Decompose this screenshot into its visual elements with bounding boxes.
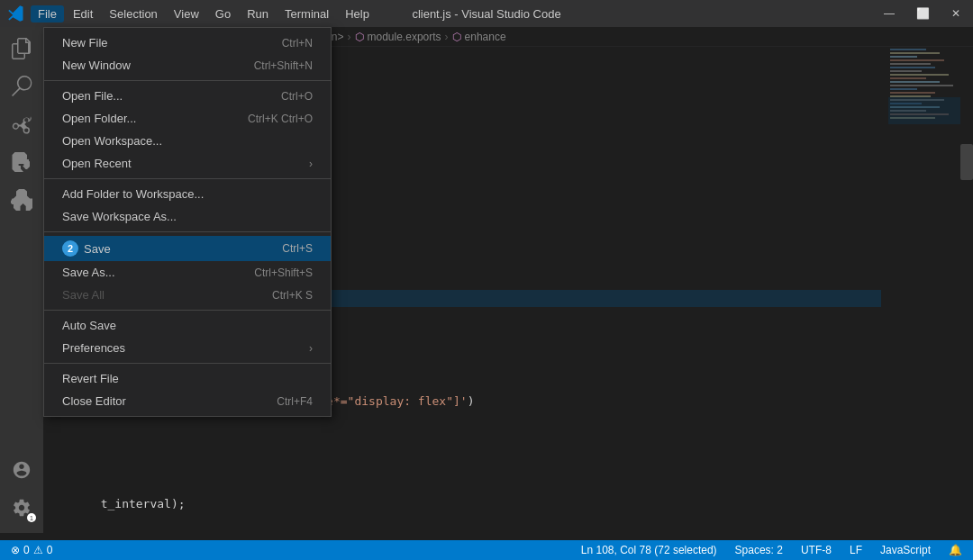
breadcrumb-cube-icon-2: ⬡: [355, 31, 364, 43]
svg-rect-8: [890, 77, 926, 79]
explorer-icon[interactable]: [4, 31, 40, 67]
activity-bar: 1: [0, 27, 43, 533]
svg-rect-7: [890, 74, 949, 76]
file-dropdown-menu: New File Ctrl+N New Window Ctrl+Shift+N …: [43, 27, 332, 417]
save-badge: 2: [62, 240, 78, 257]
settings-badge: 1: [27, 513, 36, 522]
menu-help[interactable]: Help: [338, 5, 377, 23]
status-notifications[interactable]: 🔔: [945, 544, 966, 556]
close-button[interactable]: ✕: [946, 5, 966, 22]
file-menu-dropdown: New File Ctrl+N New Window Ctrl+Shift+N …: [43, 27, 332, 417]
status-encoding[interactable]: UTF-8: [797, 544, 835, 556]
minimize-button[interactable]: —: [878, 5, 900, 22]
search-activity-icon[interactable]: [4, 68, 40, 104]
vscode-logo-icon: [7, 5, 25, 23]
svg-rect-5: [890, 67, 935, 68]
svg-rect-4: [890, 63, 931, 65]
menu-item-save[interactable]: 2 Save Ctrl+S: [44, 236, 331, 261]
minimap-content: [888, 47, 960, 533]
menu-view[interactable]: View: [167, 5, 206, 23]
status-language[interactable]: JavaScript: [877, 544, 934, 556]
menu-item-save-as[interactable]: Save As... Ctrl+Shift+S: [44, 261, 331, 284]
separator-5: [44, 363, 331, 364]
status-errors[interactable]: ⊗ 0 ⚠ 0: [7, 544, 56, 556]
svg-rect-3: [890, 59, 944, 61]
menu-file[interactable]: File: [31, 5, 64, 23]
svg-rect-13: [890, 95, 931, 97]
svg-rect-1: [890, 52, 940, 54]
menu-item-new-file[interactable]: New File Ctrl+N: [44, 32, 331, 54]
status-line-ending[interactable]: LF: [846, 544, 866, 556]
menu-item-open-workspace[interactable]: Open Workspace...: [44, 130, 331, 152]
menu-item-auto-save[interactable]: Auto Save: [44, 314, 331, 337]
menu-item-open-folder[interactable]: Open Folder... Ctrl+K Ctrl+O: [44, 107, 331, 130]
breadcrumb-cube-icon-3: ⬡: [452, 31, 461, 43]
titlebar-left: File Edit Selection View Go Run Terminal…: [7, 5, 377, 23]
menu-item-open-file[interactable]: Open File... Ctrl+O: [44, 85, 331, 107]
activity-bar-bottom: 1: [4, 452, 40, 533]
svg-rect-0: [890, 49, 926, 50]
menu-item-save-all: Save All Ctrl+K S: [44, 284, 331, 306]
svg-rect-10: [890, 85, 953, 86]
menu-run[interactable]: Run: [240, 5, 276, 23]
window-title: client.js - Visual Studio Code: [412, 7, 560, 21]
statusbar-right: Ln 108, Col 78 (72 selected) Spaces: 2 U…: [577, 544, 966, 556]
breadcrumb-part-6[interactable]: module.exports: [368, 31, 441, 43]
svg-rect-11: [890, 88, 917, 90]
svg-rect-2: [890, 56, 917, 58]
menu-item-save-workspace[interactable]: Save Workspace As...: [44, 205, 331, 228]
window-controls: — ⬜ ✕: [878, 5, 966, 22]
minimap: [888, 47, 960, 533]
titlebar: File Edit Selection View Go Run Terminal…: [0, 0, 973, 27]
extensions-icon[interactable]: [4, 182, 40, 218]
minimap-scrollbar[interactable]: [960, 47, 973, 533]
status-position[interactable]: Ln 108, Col 78 (72 selected): [577, 544, 721, 556]
menu-item-add-folder[interactable]: Add Folder to Workspace...: [44, 183, 331, 205]
separator-4: [44, 310, 331, 311]
open-recent-arrow: ›: [309, 158, 313, 170]
statusbar-left: ⊗ 0 ⚠ 0: [7, 544, 56, 556]
separator-2: [44, 178, 331, 179]
menu-go[interactable]: Go: [208, 5, 238, 23]
warning-count: 0: [47, 544, 53, 556]
svg-rect-6: [890, 70, 922, 72]
warning-icon: ⚠: [33, 544, 43, 556]
source-control-icon[interactable]: [4, 106, 40, 142]
scroll-thumb[interactable]: [960, 144, 973, 180]
breadcrumb-part-7[interactable]: enhance: [465, 31, 506, 43]
menu-item-preferences[interactable]: Preferences ›: [44, 337, 331, 359]
menu-item-close-editor[interactable]: Close Editor Ctrl+F4: [44, 390, 331, 412]
status-spaces[interactable]: Spaces: 2: [732, 544, 787, 556]
error-icon: ⊗: [11, 544, 20, 556]
maximize-button[interactable]: ⬜: [911, 5, 935, 22]
svg-rect-20: [888, 97, 960, 124]
menu-selection[interactable]: Selection: [102, 5, 164, 23]
minimap-svg: [888, 47, 960, 524]
svg-rect-12: [890, 92, 935, 94]
menu-terminal[interactable]: Terminal: [277, 5, 336, 23]
menu-item-revert-file[interactable]: Revert File: [44, 367, 331, 390]
settings-icon[interactable]: 1: [4, 490, 40, 526]
preferences-arrow: ›: [309, 342, 313, 355]
separator-1: [44, 80, 331, 81]
bell-icon: 🔔: [949, 544, 962, 556]
menu-edit[interactable]: Edit: [66, 5, 100, 23]
statusbar: ⊗ 0 ⚠ 0 Ln 108, Col 78 (72 selected) Spa…: [0, 540, 973, 560]
error-count: 0: [23, 544, 30, 556]
run-debug-icon[interactable]: [4, 144, 40, 180]
menu-item-new-window[interactable]: New Window Ctrl+Shift+N: [44, 54, 331, 77]
separator-3: [44, 231, 331, 232]
svg-rect-9: [890, 81, 940, 83]
menu-item-open-recent[interactable]: Open Recent ›: [44, 152, 331, 175]
account-icon[interactable]: [4, 452, 40, 488]
